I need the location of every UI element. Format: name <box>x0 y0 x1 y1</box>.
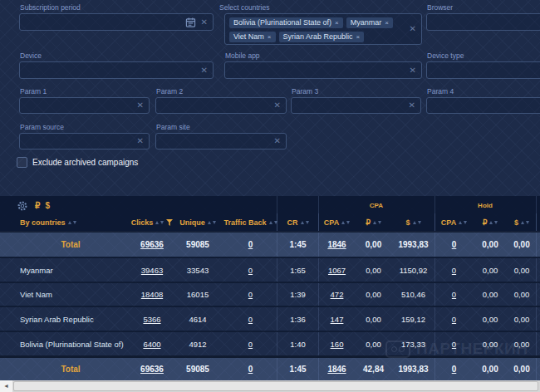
cpa-link[interactable]: 1846 <box>327 365 346 374</box>
col-header-cr[interactable]: CR <box>277 213 318 231</box>
calendar-icon[interactable] <box>185 17 196 27</box>
device-type-input[interactable] <box>426 61 540 79</box>
clear-icon[interactable]: ✕ <box>274 101 281 110</box>
unique-cell: 4614 <box>171 307 224 331</box>
clicks-link[interactable]: 39463 <box>141 266 163 275</box>
country-tag[interactable]: Myanmar× <box>346 17 393 28</box>
sort-icon[interactable] <box>68 221 76 224</box>
sort-icon[interactable] <box>301 221 309 224</box>
total-row-top: Total 69636 59085 0 1:45 1846 0,00 1993,… <box>0 231 540 257</box>
traffic-back-link[interactable]: 0 <box>248 290 253 299</box>
clear-icon[interactable]: ✕ <box>201 66 208 75</box>
hold-cpa-link[interactable]: 0 <box>452 266 456 275</box>
subscription-period-input[interactable]: ✕ <box>19 13 214 31</box>
clear-icon[interactable]: ✕ <box>410 25 416 33</box>
hold-usd-cell: 0,00 <box>508 358 536 380</box>
horizontal-scrollbar[interactable]: ◄ <box>0 380 540 392</box>
device-input[interactable]: ✕ <box>19 61 214 79</box>
cr-cell: 1:45 <box>277 233 318 257</box>
clear-icon[interactable]: ✕ <box>409 101 415 110</box>
cpa-link[interactable]: 1067 <box>328 266 346 275</box>
traffic-back-link[interactable]: 0 <box>248 315 253 324</box>
browser-input[interactable] <box>426 13 540 31</box>
remove-tag-icon[interactable]: × <box>356 32 361 42</box>
currency-rub-button[interactable]: ₽ <box>35 201 40 210</box>
cr-cell: 1:45 <box>277 358 318 380</box>
traffic-back-link[interactable]: 0 <box>248 266 253 275</box>
sort-icon[interactable] <box>459 221 467 224</box>
sort-icon[interactable] <box>373 221 381 224</box>
clicks-link[interactable]: 5366 <box>143 315 160 324</box>
scroll-left-icon[interactable]: ◄ <box>0 380 12 392</box>
param-2-input[interactable]: ✕ <box>155 97 287 114</box>
cpa-link[interactable]: 472 <box>331 290 344 299</box>
gear-icon[interactable] <box>17 200 28 212</box>
clear-icon[interactable]: ✕ <box>137 101 144 110</box>
col-header-hold-rub[interactable]: ₽ <box>473 213 508 231</box>
hold-rub-cell: 0,00 <box>473 258 508 282</box>
sort-icon[interactable] <box>341 221 350 224</box>
param-3-input[interactable]: ✕ <box>291 97 421 114</box>
param-site-input[interactable]: ✕ <box>155 133 287 149</box>
mobile-app-input[interactable]: ✕ <box>224 61 422 79</box>
col-header-rub[interactable]: ₽ <box>355 213 392 231</box>
param-source-input[interactable]: ✕ <box>19 133 150 149</box>
usd-cell: 159,12 <box>392 307 434 331</box>
select-countries-input[interactable]: Bolivia (Plurinational State of)× Myanma… <box>224 13 422 45</box>
mobile-app-label: Mobile app <box>225 51 260 60</box>
clear-icon[interactable]: ✕ <box>201 18 208 27</box>
col-header-hold-cpa[interactable]: CPA <box>434 213 473 231</box>
hold-cpa-link[interactable]: 0 <box>452 290 456 299</box>
clicks-link[interactable]: 69636 <box>140 240 164 249</box>
hold-cpa-link[interactable]: 0 <box>452 340 456 349</box>
clicks-link[interactable]: 69636 <box>140 365 164 374</box>
country-tags: Bolivia (Plurinational State of)× Myanma… <box>225 14 421 46</box>
traffic-back-link[interactable]: 0 <box>248 340 253 349</box>
usd-cell: 1993,83 <box>392 358 434 380</box>
traffic-back-link[interactable]: 0 <box>248 240 253 249</box>
currency-usd-button[interactable]: $ <box>45 201 50 210</box>
col-label: CR <box>287 218 298 227</box>
hold-cpa-link[interactable]: 0 <box>452 240 457 249</box>
hold-cpa-link[interactable]: 0 <box>452 315 456 324</box>
sort-icon[interactable] <box>155 221 164 224</box>
hold-cpa-link[interactable]: 0 <box>452 365 457 374</box>
cpa-link[interactable]: 160 <box>331 340 344 349</box>
sort-icon[interactable] <box>489 221 498 224</box>
clear-icon[interactable]: ✕ <box>410 66 416 75</box>
col-header-clicks[interactable]: Clicks <box>133 213 171 231</box>
sort-icon[interactable] <box>208 221 216 224</box>
usd-cell: 510,46 <box>392 283 434 306</box>
col-header-hold-usd[interactable]: $ <box>508 213 536 231</box>
remove-tag-icon[interactable]: × <box>268 32 272 42</box>
usd-cell: 173,33 <box>392 332 434 355</box>
col-header-unique[interactable]: Unique <box>171 213 224 231</box>
param-2-label: Param 2 <box>156 87 183 96</box>
clear-icon[interactable]: ✕ <box>274 137 281 145</box>
country-tag-label: Syrian Arab Republic <box>283 32 353 42</box>
country-tag[interactable]: Syrian Arab Republic× <box>279 32 365 42</box>
param-4-input[interactable] <box>426 97 540 114</box>
traffic-back-link[interactable]: 0 <box>248 365 253 374</box>
col-header-usd[interactable]: $ <box>392 213 434 231</box>
scrollbar-thumb[interactable] <box>13 381 538 391</box>
clicks-link[interactable]: 18408 <box>141 290 163 299</box>
clear-icon[interactable]: ✕ <box>137 137 144 145</box>
remove-tag-icon[interactable]: × <box>385 17 389 28</box>
col-header-by-countries[interactable]: By countries <box>0 213 133 231</box>
cpa-cell: 1846 <box>318 358 355 380</box>
sort-icon[interactable] <box>413 221 421 224</box>
param-1-input[interactable]: ✕ <box>19 97 150 114</box>
cpa-link[interactable]: 1846 <box>327 240 346 249</box>
sort-icon[interactable] <box>521 221 529 224</box>
country-tag[interactable]: Viet Nam× <box>229 32 276 42</box>
hold-cpa-cell: 0 <box>434 283 473 306</box>
param-site-label: Param site <box>156 123 190 131</box>
country-tag[interactable]: Bolivia (Plurinational State of)× <box>229 17 343 28</box>
clicks-link[interactable]: 6400 <box>143 340 160 349</box>
col-header-traffic-back[interactable]: Traffic Back <box>224 213 277 231</box>
remove-tag-icon[interactable]: × <box>335 17 339 28</box>
exclude-archived-checkbox[interactable] <box>17 157 27 168</box>
col-header-cpa[interactable]: CPA <box>318 213 355 231</box>
cpa-link[interactable]: 147 <box>331 315 344 324</box>
